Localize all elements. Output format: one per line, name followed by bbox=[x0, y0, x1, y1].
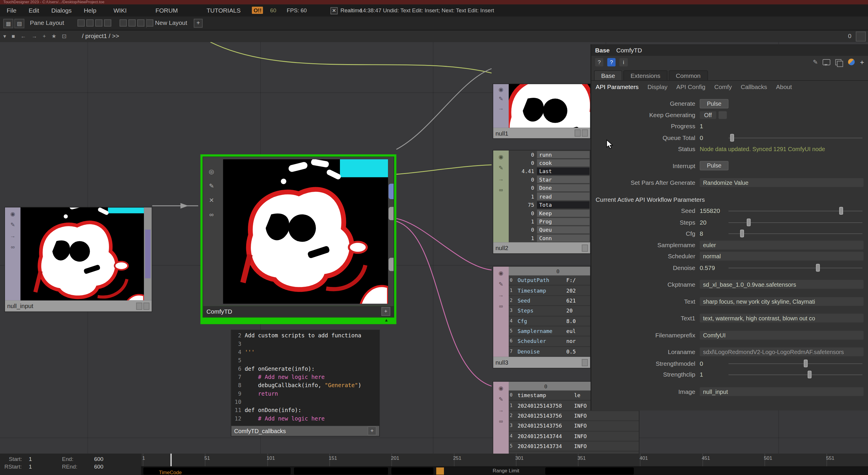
node-null3[interactable]: ◉✎→∞ 0 0OutputPathF:/1Timestamp2022Seed6… bbox=[493, 266, 590, 368]
viewer-flag-icon[interactable]: ◉ bbox=[498, 270, 503, 276]
node-name-bar[interactable]: null3 bbox=[493, 357, 590, 368]
forward-icon[interactable]: → bbox=[32, 33, 37, 39]
node-null-input[interactable]: ◉✎→∞ null_input bbox=[4, 207, 152, 312]
slider-track[interactable] bbox=[728, 234, 862, 234]
value-field[interactable]: Randomize Value bbox=[700, 178, 864, 187]
python-help-icon[interactable]: ? bbox=[607, 58, 615, 66]
pane-menu-icon[interactable]: ▾ bbox=[3, 33, 6, 39]
slider-track[interactable] bbox=[728, 268, 862, 268]
value-field[interactable]: null_input bbox=[700, 387, 864, 396]
lock-flag-icon[interactable]: ∞ bbox=[209, 211, 214, 218]
link-tutorials[interactable]: TUTORIALS bbox=[207, 7, 241, 14]
render-flag-icon[interactable]: ✎ bbox=[10, 222, 15, 228]
subtab-comfy[interactable]: Comfy bbox=[714, 83, 732, 90]
layout-preset-icon[interactable] bbox=[120, 19, 127, 27]
slider-handle[interactable] bbox=[730, 134, 734, 141]
tab-extensions[interactable]: Extensions bbox=[623, 70, 668, 80]
render-flag-icon[interactable]: ✎ bbox=[499, 165, 503, 171]
code-editor[interactable]: 2Add custom scripts to add functiona34''… bbox=[231, 330, 379, 426]
slider-value[interactable]: 20 bbox=[700, 219, 707, 226]
node-handle-icon[interactable] bbox=[136, 302, 143, 309]
slider-handle[interactable] bbox=[747, 218, 750, 226]
node-comfytd-callbacks[interactable]: 2Add custom scripts to add functiona34''… bbox=[231, 330, 380, 437]
toggle-box[interactable] bbox=[718, 111, 727, 118]
viewer-flag-icon[interactable]: ◉ bbox=[498, 154, 503, 160]
op-name-field[interactable]: ComfyTD bbox=[616, 47, 642, 54]
subtab-api-config[interactable]: API Config bbox=[676, 83, 705, 90]
link-wiki[interactable]: WIKI bbox=[114, 7, 127, 14]
node-viewer[interactable] bbox=[223, 159, 388, 304]
node-handle-icon[interactable] bbox=[582, 244, 588, 251]
node-null2[interactable]: ◉✎→∞ 0runn0cook4.41Last0Star0Done1read75… bbox=[493, 150, 590, 254]
node-name-bar[interactable]: ComfyTD_callbacks + bbox=[231, 426, 379, 436]
back-icon[interactable]: ← bbox=[21, 33, 26, 39]
toggle-value[interactable]: Off bbox=[700, 111, 716, 118]
node-name-bar[interactable]: ComfyTD + bbox=[203, 306, 394, 317]
tab-base[interactable]: Base bbox=[594, 70, 622, 80]
rend-value[interactable]: 600 bbox=[94, 464, 103, 470]
rstart-value[interactable]: 1 bbox=[29, 464, 32, 470]
slider-value[interactable]: 0.579 bbox=[700, 264, 715, 271]
slider-handle[interactable] bbox=[816, 264, 820, 271]
viewer-flag-icon[interactable]: ◉ bbox=[498, 385, 503, 391]
value-field[interactable]: sd_xl_base_1.0_0.9vae.safetensors bbox=[700, 280, 864, 289]
slider-value[interactable]: 0 bbox=[700, 360, 703, 367]
info-icon[interactable]: i bbox=[620, 58, 628, 66]
pane-split-icon[interactable]: ▦ bbox=[3, 19, 13, 28]
help-icon[interactable]: ? bbox=[595, 58, 603, 66]
slider-handle[interactable] bbox=[807, 371, 811, 378]
performance-badge[interactable]: O!! bbox=[252, 7, 263, 14]
node-null1[interactable]: ◉✎→ null1 bbox=[493, 83, 590, 139]
slider-track[interactable] bbox=[728, 364, 862, 364]
comment-icon[interactable] bbox=[823, 59, 831, 65]
layout-preset-icon[interactable] bbox=[95, 19, 102, 27]
render-flag-icon[interactable]: ✎ bbox=[209, 182, 214, 190]
menu-edit[interactable]: Edit bbox=[29, 7, 39, 14]
menu-file[interactable]: File bbox=[7, 7, 17, 14]
render-flag-icon[interactable]: ✎ bbox=[499, 281, 503, 287]
timeline-field[interactable] bbox=[294, 467, 388, 475]
output-connector[interactable] bbox=[389, 207, 394, 220]
link-forum[interactable]: FORUM bbox=[156, 7, 178, 14]
slider-value[interactable]: 155820 bbox=[700, 208, 720, 214]
bypass-flag-icon[interactable]: → bbox=[10, 233, 16, 239]
pane-max-icon[interactable]: ■ bbox=[12, 33, 15, 39]
path-dropdown[interactable] bbox=[856, 32, 866, 42]
value-field[interactable]: normal bbox=[700, 252, 864, 261]
subtab-api-parameters[interactable]: API Parameters bbox=[596, 83, 639, 90]
render-flag-icon[interactable]: ✎ bbox=[499, 396, 503, 402]
add-icon[interactable]: + bbox=[381, 307, 390, 316]
lock-flag-icon[interactable]: ∞ bbox=[11, 244, 14, 250]
favorites-icon[interactable]: ★ bbox=[52, 33, 57, 39]
timeline-field[interactable] bbox=[392, 467, 434, 475]
bypass-flag-icon[interactable]: ✕ bbox=[209, 197, 214, 204]
slider-handle[interactable] bbox=[839, 207, 843, 214]
viewer-flag-icon[interactable]: ◉ bbox=[10, 211, 15, 217]
loop-mode-button[interactable] bbox=[436, 467, 444, 475]
value-field[interactable]: euler bbox=[700, 240, 864, 249]
menu-dialogs[interactable]: Dialogs bbox=[51, 7, 71, 14]
slider-value[interactable]: 0 bbox=[700, 134, 703, 141]
pulse-button[interactable]: Pulse bbox=[700, 99, 729, 108]
subtab-display[interactable]: Display bbox=[647, 83, 667, 90]
end-value[interactable]: 600 bbox=[94, 456, 103, 462]
playhead[interactable] bbox=[170, 453, 172, 466]
slider-handle[interactable] bbox=[804, 359, 808, 367]
bypass-flag-icon[interactable]: → bbox=[498, 292, 504, 298]
tab-common[interactable]: Common bbox=[669, 70, 708, 80]
bypass-flag-icon[interactable]: → bbox=[498, 176, 504, 182]
slider-handle[interactable] bbox=[740, 230, 744, 237]
node-handle-icon[interactable] bbox=[582, 130, 588, 137]
timeline-ruler[interactable]: 151101151201251301351401451501551 bbox=[141, 453, 868, 467]
pulse-button[interactable]: Pulse bbox=[700, 161, 729, 170]
viewer-flag-icon[interactable]: ◎ bbox=[209, 168, 214, 175]
subtab-callbacks[interactable]: Callbacks bbox=[741, 83, 767, 90]
lock-flag-icon[interactable]: ∞ bbox=[499, 418, 503, 425]
layout-preset-icon[interactable] bbox=[87, 19, 94, 27]
slider-value[interactable]: 8 bbox=[700, 230, 703, 237]
node-handle-icon[interactable] bbox=[582, 359, 588, 366]
subtab-about[interactable]: About bbox=[776, 83, 792, 90]
language-icon[interactable] bbox=[848, 59, 855, 65]
edit-icon[interactable]: ✎ bbox=[813, 58, 817, 66]
render-flag-icon[interactable]: ✎ bbox=[499, 96, 503, 102]
